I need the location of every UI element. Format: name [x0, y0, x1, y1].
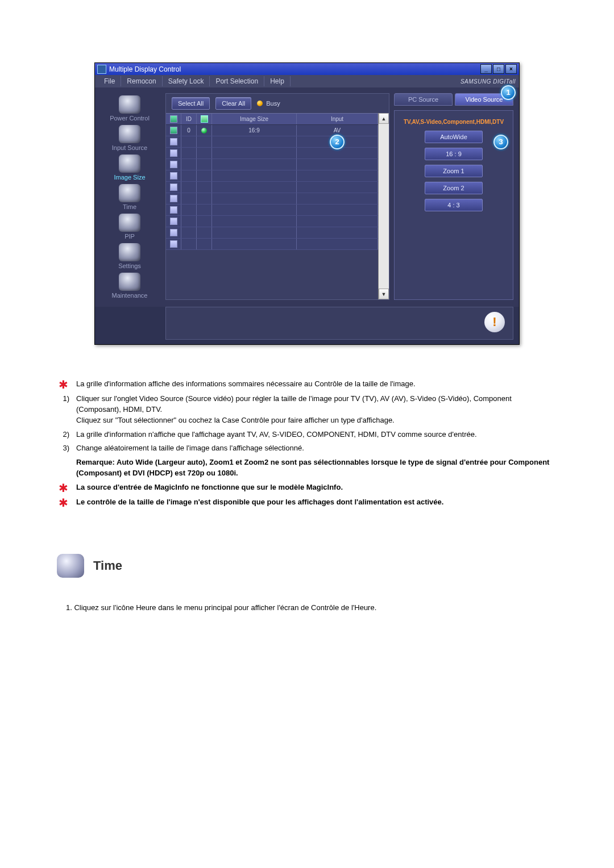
doc-line: La grille d'information affiche des info…: [76, 379, 557, 390]
time-section-body: 1. Cliquez sur l'icône Heure dans le men…: [66, 603, 557, 614]
row-checkbox[interactable]: [170, 240, 177, 248]
doc-line: La grille d'information n'affiche que l'…: [76, 429, 557, 440]
table-row[interactable]: 2: [166, 136, 378, 148]
grid-header: ID Image Size Input: [166, 114, 378, 125]
doc-line: Cliquer sur l'onglet Video Source (Sourc…: [76, 394, 557, 426]
grid-panel: Select All Clear All Busy ID Image Size: [165, 93, 389, 300]
sidebar-item-maintenance[interactable]: Maintenance: [98, 270, 161, 300]
doc-line: Le contrôle de la taille de l'image n'es…: [76, 497, 557, 508]
sidebar-item-label: Time: [123, 203, 136, 210]
table-row[interactable]: [166, 227, 378, 239]
sidebar-item-image-size[interactable]: Image Size: [98, 152, 161, 182]
status-dot-icon: [201, 128, 207, 133]
sidebar-item-pip[interactable]: PIP: [98, 211, 161, 241]
scroll-down-button[interactable]: ▼: [379, 289, 389, 299]
menu-safety-lock[interactable]: Safety Lock: [163, 76, 210, 86]
table-row[interactable]: [166, 239, 378, 250]
callout-3: 3: [493, 135, 508, 149]
row-checkbox[interactable]: [170, 195, 177, 202]
sidebar-item-label: PIP: [125, 233, 135, 240]
option-autowide[interactable]: AutoWide: [425, 131, 483, 143]
image-size-icon: [119, 155, 140, 173]
options-pane: PC Source Video Source 1 TV,AV,S-Video,C…: [394, 93, 513, 300]
row-checkbox[interactable]: [170, 218, 177, 225]
col-id: ID: [181, 114, 197, 124]
list-number: 2): [57, 429, 69, 440]
power-icon: [119, 95, 140, 114]
menu-remocon[interactable]: Remocon: [121, 76, 162, 86]
grid-scrollbar[interactable]: ▲ ▼: [378, 113, 389, 299]
sidebar: Power Control Input Source Image Size Ti…: [98, 93, 161, 300]
busy-label: Busy: [266, 100, 280, 107]
select-all-button[interactable]: Select All: [172, 97, 210, 110]
row-checkbox[interactable]: [170, 172, 177, 180]
doc-line: Remarque: Auto Wide (Largeur auto), Zoom…: [76, 457, 557, 479]
panel-source-list: TV,AV,S-Video,Component,HDMI,DTV: [400, 119, 507, 125]
list-number: 3): [57, 443, 69, 454]
sidebar-item-time[interactable]: Time: [98, 182, 161, 211]
table-row[interactable]: [166, 205, 378, 216]
row-checkbox[interactable]: [170, 127, 177, 134]
time-icon: [119, 184, 140, 202]
row-checkbox[interactable]: [170, 183, 177, 191]
row-checkbox[interactable]: [170, 161, 177, 168]
sidebar-item-input-source[interactable]: Input Source: [98, 123, 161, 152]
sidebar-item-label: Settings: [118, 262, 141, 269]
scroll-up-button[interactable]: ▲: [379, 113, 389, 124]
busy-indicator: Busy: [257, 100, 280, 107]
menu-file[interactable]: File: [98, 76, 121, 86]
time-heading: Time: [93, 558, 122, 573]
app-icon: [97, 65, 106, 74]
table-row[interactable]: [166, 159, 378, 170]
table-row[interactable]: [166, 193, 378, 205]
input-source-icon: [119, 125, 140, 143]
maximize-button[interactable]: □: [493, 64, 504, 74]
pip-icon: [119, 214, 140, 232]
brand-label: SAMSUNG DIGITall: [460, 78, 516, 85]
sidebar-item-label: Input Source: [112, 144, 147, 151]
window-title: Multiple Display Control: [109, 65, 181, 73]
sidebar-item-label: Image Size: [114, 174, 145, 181]
option-zoom2[interactable]: Zoom 2: [425, 182, 483, 194]
star-icon: ✱: [57, 379, 69, 390]
menu-port-selection[interactable]: Port Selection: [210, 76, 264, 86]
table-row[interactable]: [166, 170, 378, 182]
warning-icon: [484, 312, 505, 332]
sidebar-item-settings[interactable]: Settings: [98, 241, 161, 270]
time-section-icon: [57, 554, 84, 578]
table-row[interactable]: [166, 148, 378, 159]
doc-line: Change aléatoirement la taille de l'imag…: [76, 443, 557, 454]
col-input: Input: [297, 114, 378, 124]
close-button[interactable]: ×: [505, 64, 517, 74]
row-checkbox[interactable]: [170, 149, 177, 157]
grid-toolbar: Select All Clear All Busy: [166, 94, 389, 113]
explanation-list: ✱La grille d'information affiche des inf…: [57, 379, 557, 508]
row-checkbox[interactable]: [170, 206, 177, 214]
display-grid: ID Image Size Input 0 16:9 AV: [166, 113, 378, 299]
star-icon: ✱: [57, 497, 69, 508]
settings-icon: [119, 243, 140, 261]
app-screenshot: Multiple Display Control _ □ × File Remo…: [94, 62, 520, 345]
row-checkbox[interactable]: [170, 229, 177, 236]
sidebar-item-power-control[interactable]: Power Control: [98, 93, 161, 123]
video-source-panel: TV,AV,S-Video,Component,HDMI,DTV 3 AutoW…: [394, 110, 513, 300]
option-16-9[interactable]: 16 : 9: [425, 148, 483, 160]
doc-line: La source d'entrée de MagicInfo ne fonct…: [76, 482, 557, 493]
option-4-3[interactable]: 4 : 3: [425, 199, 483, 211]
list-number: 1): [57, 394, 69, 404]
tab-pc-source[interactable]: PC Source: [394, 93, 453, 106]
app-body: Power Control Input Source Image Size Ti…: [95, 87, 519, 307]
callout-1: 1: [501, 85, 516, 100]
clear-all-button[interactable]: Clear All: [215, 97, 251, 110]
row-checkbox[interactable]: [170, 138, 177, 145]
star-icon: ✱: [57, 482, 69, 494]
sidebar-item-label: Power Control: [110, 115, 150, 122]
sidebar-item-label: Maintenance: [112, 292, 148, 299]
menu-help[interactable]: Help: [264, 76, 291, 86]
header-checkbox[interactable]: [170, 115, 177, 123]
table-row[interactable]: [166, 182, 378, 193]
table-row[interactable]: [166, 216, 378, 227]
minimize-button[interactable]: _: [480, 64, 492, 74]
scroll-track[interactable]: [379, 124, 389, 289]
option-zoom1[interactable]: Zoom 1: [425, 165, 483, 177]
